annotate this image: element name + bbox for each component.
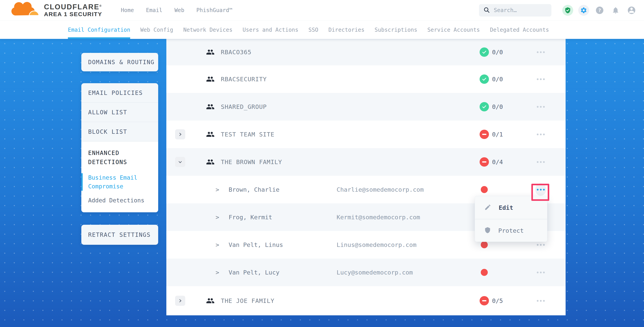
expand-spacer	[175, 74, 185, 84]
sidebar-item-block-list[interactable]: BLOCK LIST	[81, 122, 158, 142]
member-email: Lucy@somedemocorp.com	[336, 269, 480, 276]
row-menu-button[interactable]	[535, 295, 546, 307]
protected-count: 0/4	[492, 158, 503, 165]
notifications-bell-icon[interactable]	[610, 5, 621, 16]
tab-sso[interactable]: SSO	[308, 20, 318, 39]
group-icon	[205, 102, 216, 111]
tab-subscriptions[interactable]: Subscriptions	[374, 20, 417, 39]
settings-gear-icon[interactable]	[578, 5, 589, 16]
config-tabs: Email ConfigurationWeb ConfigNetwork Dev…	[0, 20, 644, 39]
sidebar-item-retract-settings[interactable]: RETRACT SETTINGS	[81, 225, 158, 245]
status-minus-badge	[480, 130, 489, 139]
tab-directories[interactable]: Directories	[328, 20, 364, 39]
group-icon	[205, 75, 216, 83]
minus-icon	[482, 134, 486, 135]
collapse-row-button[interactable]	[175, 157, 185, 167]
row-menu-button[interactable]	[535, 156, 546, 168]
table-row[interactable]: RBACSECURITY0/0	[166, 65, 566, 93]
sidebar-item-allow-list[interactable]: ALLOW LIST	[81, 103, 158, 122]
cloudflare-cloud-icon	[11, 1, 40, 20]
chevron-right-icon	[178, 132, 182, 136]
brand-subtitle: AREA 1 SECURITY	[44, 11, 102, 17]
group-icon	[205, 130, 216, 139]
brand-text: CLOUDFLARE® AREA 1 SECURITY	[44, 3, 102, 17]
member-email: Kermit@somedemocorp.com	[336, 214, 480, 221]
table-row[interactable]: >Van Pelt, LucyLucy@somedemocorp.com	[166, 259, 566, 286]
protected-count: 0/0	[492, 76, 503, 83]
row-menu-button[interactable]	[535, 46, 546, 58]
sidebar-item-domains-routing[interactable]: DOMAINS & ROUTING	[81, 53, 158, 71]
context-menu-label: Edit	[499, 204, 513, 211]
row-menu-button[interactable]	[535, 73, 546, 85]
ellipsis-icon	[537, 106, 545, 108]
context-menu-item-protect[interactable]: Protect	[475, 219, 547, 242]
registered-mark: ®	[100, 4, 102, 7]
sidebar: DOMAINS & ROUTING EMAIL POLICIESALLOW LI…	[81, 53, 158, 245]
table-row[interactable]: THE JOE FAMILY0/5	[166, 286, 566, 315]
search-box[interactable]	[479, 4, 552, 16]
member-name: Van Pelt, Linus	[228, 241, 336, 248]
ellipsis-icon	[537, 300, 545, 302]
tab-email-configuration[interactable]: Email Configuration	[68, 20, 130, 39]
tab-users-and-actions[interactable]: Users and Actions	[242, 20, 298, 39]
search-icon	[483, 6, 490, 14]
sidebar-section-enhanced-detections: ENHANCED DETECTIONS Business Email Compr…	[81, 142, 158, 212]
sidebar-item-added-detections[interactable]: Added Detections	[81, 197, 158, 204]
nav-item-home[interactable]: Home	[121, 7, 134, 13]
account-icon[interactable]	[626, 5, 637, 16]
tab-service-accounts[interactable]: Service Accounts	[428, 20, 480, 39]
minus-icon	[482, 300, 486, 301]
status-check-badge	[480, 74, 489, 84]
app-window: CLOUDFLARE® AREA 1 SECURITY HomeEmailWeb…	[0, 0, 644, 327]
member-chevron-icon: >	[216, 269, 222, 276]
group-icon	[205, 297, 216, 305]
protected-count: 0/0	[492, 49, 503, 56]
table-row[interactable]: TEST TEAM SITE0/1	[166, 121, 566, 148]
help-icon[interactable]: ?	[594, 5, 605, 16]
ellipsis-icon	[537, 78, 545, 80]
group-name: TEST TEAM SITE	[221, 131, 330, 138]
minus-icon	[482, 161, 486, 163]
expand-row-button[interactable]	[175, 296, 185, 306]
chevron-right-icon	[178, 299, 182, 303]
status-dot	[481, 241, 488, 248]
group-name: SHARED_GROUP	[221, 103, 330, 110]
nav-item-email[interactable]: Email	[146, 7, 162, 13]
enhanced-detections-heading[interactable]: ENHANCED DETECTIONS	[88, 149, 151, 167]
brand-logo: CLOUDFLARE® AREA 1 SECURITY	[11, 1, 102, 20]
row-menu-button[interactable]	[535, 100, 546, 113]
search-input[interactable]	[494, 7, 547, 13]
expand-row-button[interactable]	[175, 129, 185, 139]
row-menu-button[interactable]	[535, 128, 546, 141]
tab-web-config[interactable]: Web Config	[140, 20, 173, 39]
status-cell: 0/4	[480, 157, 535, 167]
sidebar-item-business-email-compromise[interactable]: Business Email Compromise	[81, 173, 146, 191]
group-table: RBACO3650/0RBACSECURITY0/0SHARED_GROUP0/…	[166, 39, 566, 315]
member-name: Van Pelt, Lucy	[228, 269, 336, 276]
tab-delegated-accounts[interactable]: Delegated Accounts	[490, 20, 549, 39]
context-menu-item-edit[interactable]: Edit	[475, 196, 547, 219]
status-check-badge	[480, 47, 489, 57]
sidebar-policies-card: EMAIL POLICIESALLOW LISTBLOCK LIST ENHAN…	[81, 83, 158, 212]
member-email: Linus@somedemocorp.com	[336, 241, 480, 248]
nav-item-phishguard-[interactable]: PhishGuard™	[196, 7, 232, 13]
member-chevron-icon: >	[216, 214, 222, 221]
shield-check-icon[interactable]	[562, 5, 573, 16]
expand-spacer	[175, 47, 185, 57]
member-email: Charlie@somedemocorp.com	[336, 186, 480, 193]
table-row[interactable]: RBACO3650/0	[166, 39, 566, 65]
row-menu-button[interactable]	[535, 183, 546, 196]
shield-icon	[484, 227, 491, 235]
group-icon	[205, 158, 216, 166]
table-row[interactable]: THE BROWN FAMILY0/4	[166, 148, 566, 176]
status-cell: 0/0	[480, 102, 535, 111]
sidebar-item-email-policies[interactable]: EMAIL POLICIES	[81, 83, 158, 103]
row-context-menu: EditProtect	[475, 196, 547, 242]
protected-count: 0/0	[492, 103, 503, 110]
ellipsis-icon	[537, 244, 545, 246]
nav-item-web[interactable]: Web	[174, 7, 184, 13]
table-row[interactable]: SHARED_GROUP0/0	[166, 93, 566, 121]
row-menu-button[interactable]	[535, 266, 546, 279]
group-name: THE BROWN FAMILY	[221, 158, 330, 165]
tab-network-devices[interactable]: Network Devices	[183, 20, 232, 39]
